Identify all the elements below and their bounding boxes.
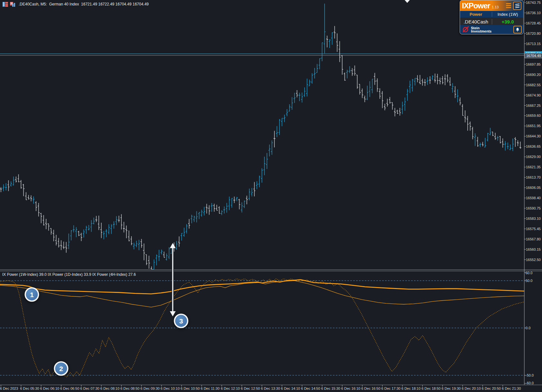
chart-titlebar: .DE40Cash, M5: German 40 Index 16721.49 … [3,1,149,7]
ixpower-header: IXPower 1.13 [460,0,523,11]
power-value: +39.0 [492,19,523,24]
alert-bell-button[interactable] [513,26,522,33]
annotation-circle-1[interactable]: 1 [25,287,39,302]
panel-footer: SteinInvestments [460,25,523,34]
symbol-ohlc-title: .DE40Cash, M5: German 40 Index 16721.49 … [19,2,149,6]
index-column-label: Index (1W) [492,12,523,17]
indicator-title: IX Power (1W-Index) 39.0 IX Power (1D-In… [2,272,136,277]
annotation-circle-3[interactable]: 3 [174,314,188,328]
ixpower-panel-1w: IXPower 1.13 Power Index (1W) .DE40Cash … [460,0,524,34]
signal-lines-icon [506,3,511,8]
stein-investments-label: SteinInvestments [471,26,491,33]
symbol-label: .DE40Cash [460,19,492,24]
panel-header-row: Power Index (1W) [460,11,523,18]
chart-canvas[interactable] [0,0,542,392]
bid-price-tag: 16704.49 [525,53,542,58]
panel-value-row: .DE40Cash +39.0 [460,18,523,25]
depth-of-market-icon[interactable] [3,2,8,7]
one-click-trading-icon[interactable] [10,2,15,7]
ixpower-logo: IXPower [462,2,490,10]
mt5-chart-window: .DE40Cash, M5: German 40 Index 16721.49 … [0,0,542,392]
stein-investments-logo-icon [462,26,469,33]
version-label: 1.13 [492,5,499,9]
time-marker-arrow-icon [405,0,410,3]
power-column-label: Power [460,12,492,17]
annotation-circle-2[interactable]: 2 [54,361,69,376]
menu-icon[interactable] [513,2,521,10]
